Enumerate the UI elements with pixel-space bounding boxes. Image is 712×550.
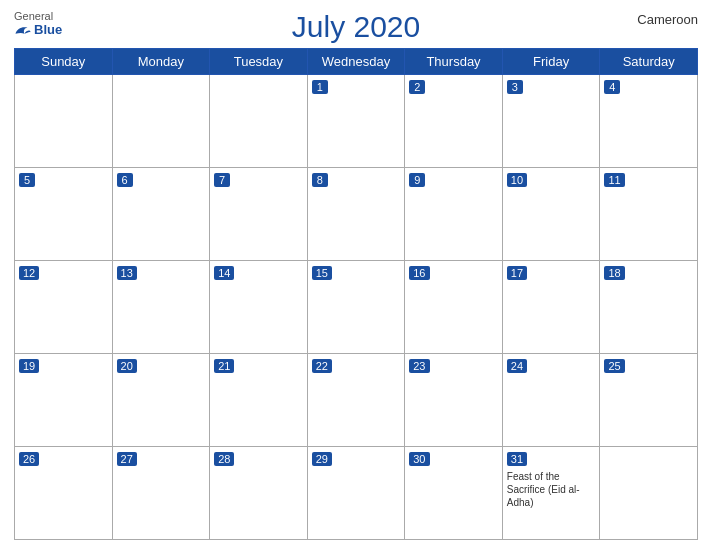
- day-number: 1: [312, 80, 328, 94]
- calendar-cell: 18: [600, 261, 698, 354]
- calendar-cell: [210, 75, 308, 168]
- calendar-week-row: 262728293031Feast of the Sacrifice (Eid …: [15, 447, 698, 540]
- calendar-cell: 15: [307, 261, 405, 354]
- logo-blue: Blue: [14, 22, 62, 37]
- country-label: Cameroon: [637, 12, 698, 27]
- calendar-cell: 4: [600, 75, 698, 168]
- calendar-cell: 13: [112, 261, 210, 354]
- day-number: 10: [507, 173, 527, 187]
- calendar-cell: 6: [112, 168, 210, 261]
- header-wednesday: Wednesday: [307, 49, 405, 75]
- day-number: 5: [19, 173, 35, 187]
- calendar-cell: 17: [502, 261, 600, 354]
- day-number: 7: [214, 173, 230, 187]
- day-number: 19: [19, 359, 39, 373]
- calendar-cell: 11: [600, 168, 698, 261]
- day-number: 28: [214, 452, 234, 466]
- day-number: 12: [19, 266, 39, 280]
- header-friday: Friday: [502, 49, 600, 75]
- day-number: 27: [117, 452, 137, 466]
- day-number: 20: [117, 359, 137, 373]
- calendar-title: July 2020: [292, 10, 420, 44]
- calendar-cell: 10: [502, 168, 600, 261]
- calendar-week-row: 19202122232425: [15, 354, 698, 447]
- day-number: 21: [214, 359, 234, 373]
- calendar-cell: 1: [307, 75, 405, 168]
- calendar-cell: 8: [307, 168, 405, 261]
- day-number: 15: [312, 266, 332, 280]
- header-saturday: Saturday: [600, 49, 698, 75]
- calendar-cell: 23: [405, 354, 503, 447]
- day-number: 9: [409, 173, 425, 187]
- calendar-cell: 5: [15, 168, 113, 261]
- day-number: 17: [507, 266, 527, 280]
- calendar-cell: 2: [405, 75, 503, 168]
- calendar-cell: 30: [405, 447, 503, 540]
- calendar-cell: 16: [405, 261, 503, 354]
- calendar-cell: 27: [112, 447, 210, 540]
- day-number: 11: [604, 173, 624, 187]
- weekday-header-row: Sunday Monday Tuesday Wednesday Thursday…: [15, 49, 698, 75]
- logo-blue-text: Blue: [34, 22, 62, 37]
- calendar-cell: 20: [112, 354, 210, 447]
- calendar-cell: [112, 75, 210, 168]
- calendar-cell: [600, 447, 698, 540]
- calendar-cell: 24: [502, 354, 600, 447]
- header-sunday: Sunday: [15, 49, 113, 75]
- logo-general-text: General: [14, 10, 53, 22]
- event-label: Feast of the Sacrifice (Eid al-Adha): [507, 470, 596, 509]
- day-number: 29: [312, 452, 332, 466]
- calendar-cell: 21: [210, 354, 308, 447]
- calendar-week-row: 567891011: [15, 168, 698, 261]
- day-number: 31: [507, 452, 527, 466]
- calendar-cell: 25: [600, 354, 698, 447]
- logo-bird-icon: [14, 23, 32, 37]
- calendar-week-row: 1234: [15, 75, 698, 168]
- calendar-cell: 31Feast of the Sacrifice (Eid al-Adha): [502, 447, 600, 540]
- calendar-cell: 28: [210, 447, 308, 540]
- day-number: 16: [409, 266, 429, 280]
- day-number: 14: [214, 266, 234, 280]
- day-number: 26: [19, 452, 39, 466]
- header-thursday: Thursday: [405, 49, 503, 75]
- calendar-cell: 14: [210, 261, 308, 354]
- calendar-header: General Blue July 2020 Cameroon: [14, 10, 698, 44]
- calendar-cell: 22: [307, 354, 405, 447]
- day-number: 30: [409, 452, 429, 466]
- calendar-cell: 19: [15, 354, 113, 447]
- day-number: 3: [507, 80, 523, 94]
- day-number: 22: [312, 359, 332, 373]
- calendar-cell: [15, 75, 113, 168]
- header-monday: Monday: [112, 49, 210, 75]
- day-number: 24: [507, 359, 527, 373]
- calendar-page: General Blue July 2020 Cameroon Sunday M…: [0, 0, 712, 550]
- logo: General Blue: [14, 10, 62, 37]
- day-number: 13: [117, 266, 137, 280]
- calendar-cell: 3: [502, 75, 600, 168]
- day-number: 23: [409, 359, 429, 373]
- day-number: 25: [604, 359, 624, 373]
- header-tuesday: Tuesday: [210, 49, 308, 75]
- day-number: 18: [604, 266, 624, 280]
- day-number: 6: [117, 173, 133, 187]
- calendar-cell: 26: [15, 447, 113, 540]
- calendar-table: Sunday Monday Tuesday Wednesday Thursday…: [14, 48, 698, 540]
- day-number: 4: [604, 80, 620, 94]
- day-number: 2: [409, 80, 425, 94]
- calendar-cell: 7: [210, 168, 308, 261]
- day-number: 8: [312, 173, 328, 187]
- calendar-cell: 9: [405, 168, 503, 261]
- calendar-cell: 29: [307, 447, 405, 540]
- calendar-cell: 12: [15, 261, 113, 354]
- calendar-week-row: 12131415161718: [15, 261, 698, 354]
